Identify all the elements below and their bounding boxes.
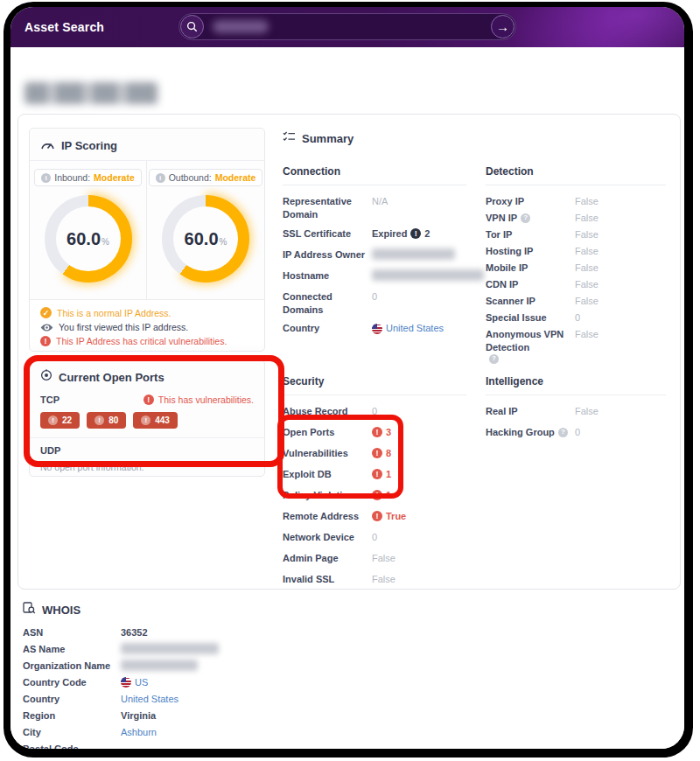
row-value: False (372, 552, 396, 565)
connection-title: Connection (283, 165, 466, 185)
row-value: False (575, 262, 598, 275)
whois-rows: ASN36352AS NameOrganization NameCountry … (23, 626, 408, 749)
percent-unit: % (220, 237, 228, 247)
port-badge[interactable]: !80 (87, 412, 126, 429)
row-label: Network Device (283, 531, 372, 544)
row-label: Region (23, 709, 121, 723)
row-value[interactable]: US (121, 676, 148, 689)
detection-title: Detection (486, 165, 666, 185)
row-value (121, 643, 219, 654)
intelligence-title: Intelligence (486, 375, 666, 395)
row-value: 0 (372, 531, 377, 544)
data-row: ASN36352 (23, 626, 408, 639)
row-value (372, 269, 484, 281)
row-value: False (575, 278, 598, 291)
row-value[interactable]: United States (121, 693, 178, 706)
row-label: Special Issue (486, 311, 575, 325)
data-row: AS Name (23, 643, 408, 656)
data-row: CountryUnited States (283, 322, 466, 337)
alert-icon: ! (48, 415, 58, 425)
search-query-redacted[interactable] (213, 20, 269, 33)
row-value: !1 (372, 489, 391, 502)
tcp-vulnerability-warning: ! This has vulnerabilities. (144, 394, 254, 405)
row-value: !3 (372, 426, 391, 439)
ip-scoring-title: IP Scoring (61, 139, 117, 152)
scoring-note: !This IP Address has critical vulnerabil… (40, 336, 254, 346)
data-row: Network Device0 (283, 531, 466, 546)
note-text: This is a normal IP Address. (57, 308, 172, 318)
alert-icon: ! (141, 415, 150, 425)
open-ports-header: Current Open Ports (30, 360, 264, 387)
row-label: AS Name (23, 643, 121, 656)
row-label: Vulnerabilities (283, 447, 372, 460)
summary-header: Summary (277, 127, 669, 146)
row-value: !1 (372, 468, 391, 481)
row-value: !True (372, 510, 406, 523)
row-value: False (575, 212, 598, 225)
tcp-port-badges: !22!80!443 (30, 405, 264, 438)
data-row: Hosting IPFalse (486, 245, 666, 260)
row-label: IP Address Owner (283, 248, 372, 262)
help-icon: ? (521, 213, 530, 223)
alert-icon: ! (372, 448, 382, 458)
help-icon: ? (558, 428, 568, 437)
checklist-icon (283, 130, 296, 146)
note-text: You first viewed this IP address. (59, 322, 188, 332)
row-label: ASN (23, 626, 121, 639)
port-badge[interactable]: !443 (133, 412, 178, 429)
inbound-score: 60.0 (66, 229, 101, 249)
row-label: Real IP (486, 405, 575, 418)
row-value: False (575, 228, 598, 241)
open-ports-card: Current Open Ports TCP ! This has vulner… (29, 360, 265, 477)
port-badge[interactable]: !22 (40, 412, 80, 429)
row-label: Postal Code (23, 743, 121, 749)
data-row: CDN IPFalse (486, 278, 666, 293)
top-bar: Asset Search → (10, 7, 684, 47)
redacted-value (372, 248, 455, 260)
row-label: Organization Name (23, 660, 121, 673)
row-value: False (575, 245, 598, 258)
help-icon: ? (489, 354, 499, 364)
row-value[interactable]: Ashburn (121, 726, 157, 739)
detection-rows: Proxy IPFalseVPN IP?FalseTor IPFalseHost… (486, 195, 666, 364)
row-label: Country (23, 693, 121, 706)
row-value: Expired ! 2 (372, 227, 430, 241)
udp-empty-message: No open port information. (40, 462, 254, 472)
data-row: Proxy IPFalse (486, 195, 666, 210)
app-window: Asset Search → IP Scoring (10, 7, 684, 749)
search-bar[interactable]: → (178, 13, 516, 40)
row-value[interactable]: United States (372, 322, 444, 335)
gauge-icon (40, 137, 55, 153)
inbound-label: Inbound: (54, 172, 90, 183)
tcp-label: TCP (40, 394, 60, 405)
security-column: Security Abuse Record0Open Ports!3Vulner… (283, 375, 466, 594)
row-label: Representative Domain (283, 195, 372, 221)
row-label: Tor IP (486, 228, 575, 241)
detection-column: Detection Proxy IPFalseVPN IP?FalseTor I… (486, 165, 666, 366)
data-row: RegionVirginia (23, 709, 408, 723)
row-label: Remote Address (283, 510, 372, 523)
data-row: Special Issue0 (486, 311, 666, 326)
data-row: Exploit DB!1 (283, 468, 466, 483)
scoring-note: ✓This is a normal IP Address. (40, 307, 254, 318)
row-label: VPN IP? (486, 212, 575, 225)
outbound-donut: 60.0% (162, 195, 249, 283)
row-value: 0 (575, 311, 580, 325)
search-icon[interactable] (180, 15, 204, 38)
row-value: False (372, 573, 396, 586)
redacted-value (121, 660, 198, 671)
warning-text: This has vulnerabilities. (158, 394, 254, 405)
data-row: Connected Domains0 (283, 290, 466, 317)
scoring-notes: ✓This is a normal IP Address.You first v… (30, 299, 264, 346)
row-label: Hosting IP (486, 245, 575, 258)
us-flag-icon (372, 324, 382, 334)
data-row: Organization Name (23, 660, 408, 673)
data-row: Hacking Group?0 (486, 426, 666, 441)
outbound-gauge: i Outbound: Moderate 60.0% (147, 161, 264, 299)
row-label: Policy Violation (283, 489, 372, 502)
gauges: i Inbound: Moderate 60.0% i Outbound: (30, 161, 264, 299)
row-label: Connected Domains (283, 290, 372, 317)
data-row: CityAshburn (23, 726, 408, 739)
alert-icon: ! (372, 469, 382, 479)
search-submit-button[interactable]: → (491, 15, 514, 38)
